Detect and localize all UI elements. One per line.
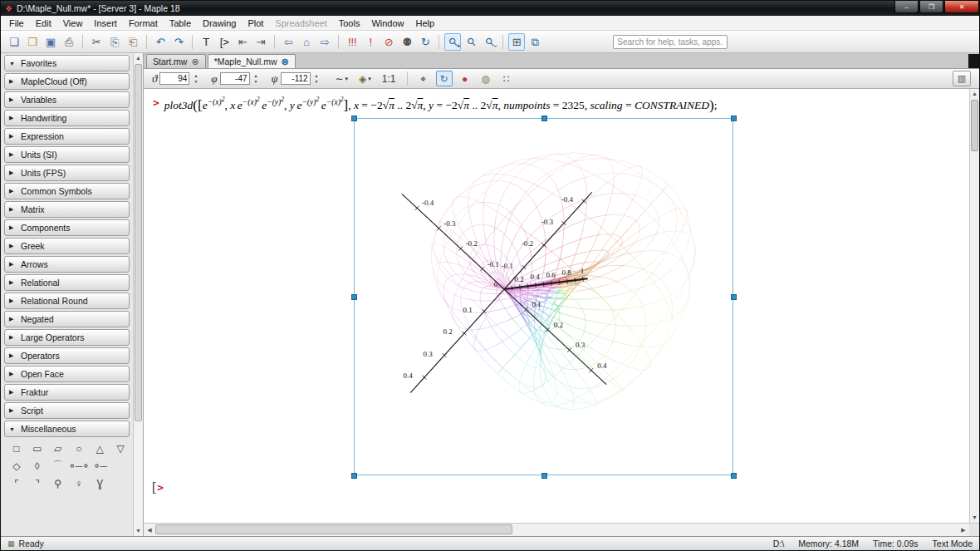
theta-input[interactable] — [159, 72, 189, 85]
palette-common-symbols[interactable]: ▶Common Symbols — [4, 183, 130, 199]
selection-handle[interactable] — [541, 473, 547, 479]
palette-script[interactable]: ▶Script — [4, 402, 130, 419]
insert-math-button[interactable]: [> — [216, 33, 233, 51]
close-tab-icon[interactable]: ⊗ — [191, 57, 198, 66]
copy-button[interactable]: ⎘ — [106, 33, 123, 51]
tab-order-button[interactable]: ⊞ — [508, 33, 525, 51]
selection-handle[interactable] — [731, 116, 737, 121]
sidebar-scrollbar[interactable]: ▲ ▼ — [133, 53, 143, 536]
shape-square[interactable]: □ — [6, 440, 27, 457]
scroll-left-icon[interactable]: ◀ — [144, 524, 155, 536]
psi-stepper[interactable]: ▲▼ — [313, 73, 321, 85]
sidebar-scroll-thumb[interactable] — [135, 64, 142, 421]
menu-view[interactable]: View — [57, 17, 89, 29]
home-button[interactable]: ⌂ — [298, 33, 315, 51]
open-button[interactable]: ❒ — [24, 33, 41, 51]
scroll-up-icon[interactable]: ▲ — [970, 89, 979, 99]
new-document-button[interactable]: ❏ — [6, 33, 22, 51]
shape-diamond[interactable]: ◇ — [6, 457, 27, 475]
selection-handle[interactable] — [351, 473, 357, 479]
tab-maple-null-mw[interactable]: *Maple_Null.mw⊗ — [208, 54, 296, 68]
palette-greek[interactable]: ▶Greek — [4, 238, 130, 254]
menu-file[interactable]: File — [3, 17, 30, 29]
help-pages-button[interactable]: ⧉ — [527, 33, 543, 51]
palette-operators[interactable]: ▶Operators — [4, 347, 130, 364]
palette-units-fps[interactable]: ▶Units (FPS) — [4, 165, 130, 181]
lighting-button[interactable]: ● — [457, 71, 473, 86]
menu-table[interactable]: Table — [164, 17, 197, 29]
undo-button[interactable]: ↶ — [152, 33, 169, 51]
selection-handle[interactable] — [351, 116, 357, 121]
palette-relational-round[interactable]: ▶Relational Round — [4, 293, 130, 309]
fill-style-dropdown[interactable]: ◈▾ — [355, 71, 375, 86]
menu-plot[interactable]: Plot — [242, 17, 269, 29]
menu-edit[interactable]: Edit — [30, 17, 57, 29]
minimize-button[interactable]: – — [894, 1, 919, 13]
horizontal-scroll-thumb[interactable] — [155, 524, 512, 534]
probe-button[interactable]: ⌖ — [415, 71, 432, 86]
palette-negated[interactable]: ▶Negated — [4, 311, 130, 327]
scroll-down-icon[interactable]: ▼ — [970, 513, 979, 523]
rotate-plot-button[interactable]: ↻ — [436, 71, 453, 86]
next-input-prompt[interactable]: [ > — [152, 480, 169, 495]
forward-button[interactable]: ⇨ — [316, 33, 333, 51]
shape-parallelogram[interactable]: ▱ — [47, 440, 68, 457]
menu-window[interactable]: Window — [365, 17, 409, 29]
phi-stepper[interactable]: ▲▼ — [252, 73, 260, 85]
palette-variables[interactable]: ▶Variables — [4, 91, 130, 108]
shape-arc[interactable]: ⌒ — [47, 457, 68, 475]
shape-rectangle[interactable]: ▭ — [27, 440, 47, 457]
cut-button[interactable]: ✂ — [88, 33, 105, 51]
theta-stepper[interactable]: ▲▼ — [192, 73, 199, 85]
curve-style-dropdown[interactable]: ∼▾ — [332, 71, 352, 86]
vertical-scrollbar[interactable]: ▲ ▼ — [969, 89, 979, 523]
psi-input[interactable] — [281, 72, 311, 85]
interrupt-button[interactable]: ⊘ — [380, 33, 397, 51]
vertical-scroll-thumb[interactable] — [971, 100, 978, 151]
execute-button[interactable]: ! — [362, 33, 379, 51]
spin-up-icon[interactable]: ▲ — [252, 73, 260, 79]
palette-large-operators[interactable]: ▶Large Operators — [4, 329, 130, 346]
spin-down-icon[interactable]: ▼ — [192, 79, 199, 85]
tab-start-mw[interactable]: Start.mw⊗ — [146, 54, 206, 68]
restart-button[interactable]: ↻ — [417, 33, 434, 51]
palette-favorites[interactable]: ▼Favorites — [4, 55, 130, 71]
outdent-button[interactable]: ⇤ — [234, 33, 251, 51]
zoom-out-button[interactable]: ⚲− — [481, 33, 497, 51]
plot-selection-rect[interactable] — [354, 118, 733, 475]
shape-segment[interactable]: ⚬─⚬ — [68, 457, 90, 475]
close-button[interactable]: ✕ — [944, 1, 979, 13]
print-button[interactable]: ⎙ — [61, 33, 77, 51]
menu-drawing[interactable]: Drawing — [197, 17, 242, 29]
scroll-down-icon[interactable]: ▼ — [134, 526, 143, 536]
selection-handle[interactable] — [541, 116, 547, 121]
shape-lozenge[interactable]: ◊ — [27, 457, 47, 475]
palette-units-si[interactable]: ▶Units (SI) — [4, 146, 130, 163]
indent-button[interactable]: ⇥ — [252, 33, 269, 51]
shape-corner-right[interactable]: ⌝ — [27, 475, 47, 492]
spin-up-icon[interactable]: ▲ — [192, 73, 199, 79]
shape-triangle-down[interactable]: ▽ — [110, 440, 130, 457]
scroll-up-icon[interactable]: ▲ — [134, 53, 143, 63]
shape-female[interactable]: ♀ — [68, 475, 90, 492]
spin-down-icon[interactable]: ▼ — [313, 79, 321, 85]
selection-handle[interactable] — [351, 294, 357, 300]
palette-arrows[interactable]: ▶Arrows — [4, 256, 130, 273]
zoom-default-button[interactable]: ⚲ — [463, 33, 479, 51]
selection-handle[interactable] — [731, 473, 737, 479]
scroll-right-icon[interactable]: ▶ — [958, 524, 969, 536]
spin-up-icon[interactable]: ▲ — [313, 73, 321, 79]
selection-handle[interactable] — [731, 294, 737, 300]
palette-relational[interactable]: ▶Relational — [4, 274, 130, 291]
horizontal-scrollbar[interactable]: ◀ ▶ — [144, 524, 969, 536]
menu-tools[interactable]: Tools — [333, 17, 366, 29]
spin-down-icon[interactable]: ▼ — [252, 79, 260, 85]
search-input[interactable] — [617, 37, 723, 47]
menu-spreadsheet[interactable]: Spreadsheet — [269, 17, 332, 29]
palette-matrix[interactable]: ▶Matrix — [4, 201, 130, 218]
context-panel-toggle-button[interactable]: ▥ — [953, 71, 971, 86]
menu-help[interactable]: Help — [410, 17, 441, 29]
execute-all-button[interactable]: !!! — [344, 33, 360, 51]
menu-insert[interactable]: Insert — [88, 17, 123, 29]
axes-style-button[interactable]: ∷ — [498, 71, 515, 86]
